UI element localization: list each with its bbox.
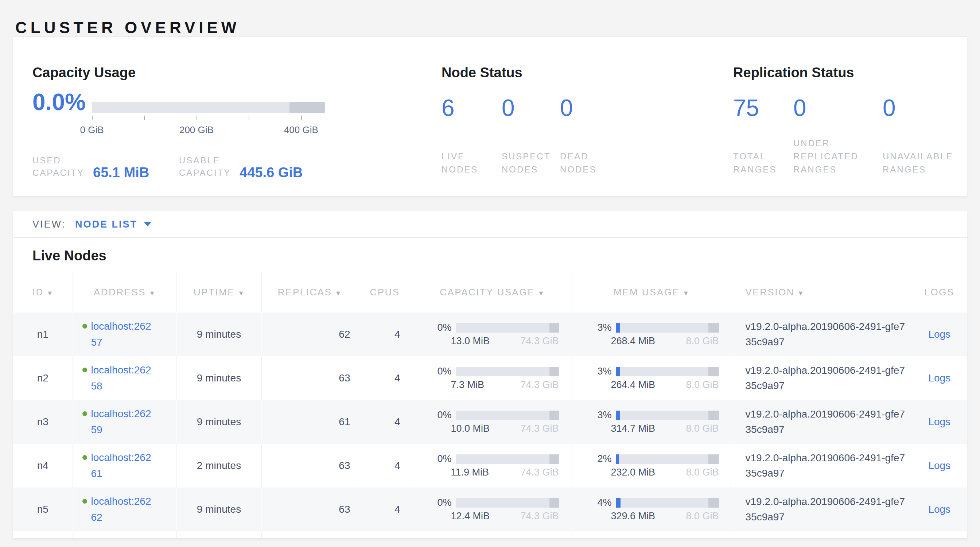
col-header-logs: LOGS <box>912 272 967 313</box>
view-bar: VIEW: NODE LIST <box>13 211 967 238</box>
unavailable-ranges-label: UNAVAILABLE RANGES <box>883 150 967 176</box>
capacity-usage-cell: 0% 11.9 MiB74.3 GiB <box>413 453 572 478</box>
capacity-usage-cell: 0% 13.0 MiB74.3 GiB <box>413 322 572 347</box>
total-ranges-count: 75 <box>733 94 759 121</box>
dead-nodes-count: 0 <box>560 94 573 121</box>
view-selected-value: NODE LIST <box>75 219 137 230</box>
node-status-title: Node Status <box>442 65 522 81</box>
unavailable-ranges-count: 0 <box>883 94 896 121</box>
suspect-nodes-count: 0 <box>502 94 515 121</box>
live-status-icon <box>83 455 87 460</box>
node-uptime: 2 minutes <box>177 444 261 488</box>
axis-tick-label: 0 GiB <box>80 124 103 136</box>
cluster-summary-card: Capacity Usage 0.0% 0 GiB 200 GiB 400 Gi… <box>13 37 967 196</box>
node-row-n3: n3 localhost:26259 9 minutes 61 4 0% 10.… <box>13 400 967 444</box>
col-header-id[interactable]: ID▼ <box>13 272 73 313</box>
mem-bar <box>616 498 719 507</box>
live-nodes-title: Live Nodes <box>32 248 967 264</box>
logs-link[interactable]: Logs <box>928 372 950 384</box>
node-replicas: 63 <box>261 488 358 531</box>
sort-desc-icon: ▼ <box>238 289 244 297</box>
node-replicas: 62 <box>261 313 358 356</box>
node-address-link[interactable]: localhost:26262 <box>91 493 156 525</box>
sort-desc-icon: ▼ <box>538 289 544 297</box>
live-nodes-card: VIEW: NODE LIST Live Nodes ID▼ ADDRESS▼ … <box>13 211 967 539</box>
col-header-mem-usage[interactable]: MEM USAGE▼ <box>572 272 730 313</box>
capacity-bar <box>456 410 559 420</box>
node-uptime: 9 minutes <box>177 356 261 400</box>
live-status-icon <box>83 411 87 416</box>
node-row-n2: n2 localhost:26258 9 minutes 63 4 0% 7.3… <box>13 356 967 400</box>
axis-tick <box>144 116 145 120</box>
view-label: VIEW: <box>32 219 65 230</box>
capacity-usage-bar <box>92 102 325 113</box>
mem-usage-cell: 2% 232.0 MiB8.0 GiB <box>573 453 730 478</box>
page-title: CLUSTER OVERVIEW <box>15 19 240 37</box>
node-version: v19.2.0-alpha.20190606-2491-gfe735c9a97 <box>746 450 907 481</box>
node-version: v19.2.0-alpha.20190606-2491-gfe735c9a97 <box>746 363 907 393</box>
node-replicas: 63 <box>261 356 358 400</box>
capacity-usage-cell: 0% 10.0 MiB74.3 GiB <box>413 410 572 434</box>
axis-tick <box>197 116 197 120</box>
node-version: v19.2.0-alpha.20190606-2491-gfe735c9a97 <box>746 494 907 525</box>
node-replicas: 63 <box>261 444 358 488</box>
logs-link[interactable]: Logs <box>928 460 950 471</box>
axis-tick <box>249 116 250 120</box>
node-address-link[interactable]: localhost:26258 <box>91 362 156 394</box>
axis-tick-label: 200 GiB <box>180 124 214 136</box>
sort-desc-icon: ▼ <box>682 289 689 297</box>
node-address-link[interactable]: localhost:26261 <box>91 450 156 482</box>
logs-link[interactable]: Logs <box>928 504 950 515</box>
logs-link[interactable]: Logs <box>928 416 950 428</box>
node-row-partial <box>13 531 967 539</box>
mem-bar <box>616 454 719 464</box>
suspect-nodes-label: SUSPECT NODES <box>502 150 560 176</box>
node-cpus: 4 <box>358 313 412 356</box>
col-header-address[interactable]: ADDRESS▼ <box>73 272 177 313</box>
under-replicated-label: UNDER-REPLICATED RANGES <box>793 137 870 176</box>
capacity-axis: 0 GiB 200 GiB 400 GiB <box>92 116 325 141</box>
node-row-n5: n5 localhost:26262 9 minutes 63 4 0% 12.… <box>13 488 967 531</box>
axis-tick <box>301 116 302 120</box>
live-nodes-count: 6 <box>442 94 455 121</box>
node-row-n4: n4 localhost:26261 2 minutes 63 4 0% 11.… <box>13 444 967 488</box>
node-id: n2 <box>13 356 73 400</box>
mem-bar <box>616 367 719 376</box>
col-header-uptime[interactable]: UPTIME▼ <box>177 272 261 313</box>
node-address-link[interactable]: localhost:26259 <box>91 406 156 438</box>
capacity-usage-title: Capacity Usage <box>32 65 135 81</box>
used-capacity-stat: USED CAPACITY 65.1 MiB <box>32 154 149 179</box>
under-replicated-count: 0 <box>793 94 807 121</box>
used-capacity-value: 65.1 MiB <box>93 166 149 179</box>
mem-usage-cell: 3% 268.4 MiB8.0 GiB <box>573 322 730 347</box>
col-header-replicas[interactable]: REPLICAS▼ <box>261 272 358 313</box>
live-nodes-label: LIVE NODES <box>442 150 493 176</box>
live-status-icon <box>83 324 87 329</box>
node-id: n4 <box>13 444 73 488</box>
node-uptime: 9 minutes <box>177 313 261 356</box>
mem-bar <box>616 410 719 420</box>
node-cpus: 4 <box>358 356 412 400</box>
col-header-cpus[interactable]: CPUS <box>358 272 412 313</box>
logs-link[interactable]: Logs <box>928 329 950 340</box>
mem-usage-cell: 4% 329.6 MiB8.0 GiB <box>573 497 730 522</box>
col-header-version[interactable]: VERSION▼ <box>730 272 912 313</box>
view-selector-dropdown[interactable]: NODE LIST <box>75 219 151 230</box>
used-capacity-label: USED CAPACITY <box>32 154 88 179</box>
mem-bar <box>616 323 719 332</box>
dead-nodes-label: DEAD NODES <box>560 150 608 176</box>
node-id: n3 <box>13 400 73 444</box>
table-header-row: ID▼ ADDRESS▼ UPTIME▼ REPLICAS▼ CPUS CAPA… <box>13 272 967 313</box>
replication-status-title: Replication Status <box>733 65 854 81</box>
axis-tick-label: 400 GiB <box>284 124 318 136</box>
sort-desc-icon: ▼ <box>797 289 804 297</box>
col-header-capacity-usage[interactable]: CAPACITY USAGE▼ <box>412 272 572 313</box>
capacity-usage-cell: 0% 12.4 MiB74.3 GiB <box>413 497 572 522</box>
capacity-bar <box>456 367 559 376</box>
node-replicas: 61 <box>261 400 358 444</box>
capacity-percent-value: 0.0% <box>32 89 86 116</box>
node-address-link[interactable]: localhost:26257 <box>91 318 156 350</box>
capacity-bar <box>456 498 559 507</box>
node-cpus: 4 <box>358 488 412 531</box>
chevron-down-icon <box>144 222 151 226</box>
